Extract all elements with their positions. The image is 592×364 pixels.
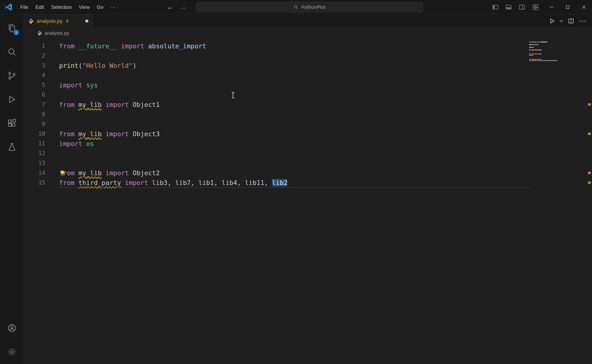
- menu-bar: FileEditSelectionViewGo···: [17, 0, 119, 14]
- menu-edit[interactable]: Edit: [32, 0, 48, 14]
- search-sidebar-icon[interactable]: [0, 40, 24, 64]
- account-icon[interactable]: [0, 316, 24, 340]
- code-token: [75, 169, 78, 177]
- code-token: import: [59, 140, 82, 147]
- code-token: my_lib: [78, 169, 102, 177]
- code-lines: 1from __future__ import absolute_import2…: [24, 41, 592, 188]
- customize-layout-icon[interactable]: [531, 2, 540, 12]
- code-line-15[interactable]: 15from third_party import lib3, lib7, li…: [24, 178, 529, 188]
- minimap-line: [529, 52, 586, 53]
- code-line-12[interactable]: 12: [24, 149, 529, 158]
- extensions-icon[interactable]: [0, 111, 24, 135]
- minimap-line: [529, 48, 586, 49]
- forward-arrow-icon[interactable]: →: [180, 3, 186, 11]
- more-actions-icon[interactable]: ⋯: [578, 17, 588, 25]
- back-arrow-icon[interactable]: ←: [167, 3, 173, 11]
- run-dropdown-chevron-icon[interactable]: [559, 18, 564, 24]
- breadcrumb-file[interactable]: analysis.py: [45, 30, 69, 36]
- code-line-2[interactable]: 2: [24, 51, 529, 61]
- code-line-5[interactable]: 5import sys: [24, 80, 529, 90]
- code-token: from: [59, 179, 75, 186]
- warning-mark: [588, 103, 591, 106]
- breadcrumb: analysis.py: [24, 28, 592, 38]
- settings-gear-icon[interactable]: [0, 340, 24, 364]
- source-control-icon[interactable]: [0, 64, 24, 88]
- search-icon: [294, 5, 298, 10]
- explorer-icon[interactable]: 1: [0, 16, 24, 40]
- code-token: my_lib: [78, 101, 102, 108]
- code-line-6[interactable]: 6: [24, 90, 529, 100]
- run-debug-icon[interactable]: [0, 88, 24, 111]
- code-token: [75, 101, 78, 108]
- code-line-14[interactable]: 14from my_lib import Object2: [24, 168, 529, 178]
- code-token: [148, 179, 152, 186]
- code-line-7[interactable]: 7from my_lib import Object1: [24, 100, 529, 110]
- python-file-icon: [37, 31, 42, 36]
- editor-area: analysis.py 4 ⋯: [24, 14, 592, 364]
- tab-analysis-py[interactable]: analysis.py 4: [24, 14, 93, 28]
- code-line-1[interactable]: 1from __future__ import absolute_import: [24, 41, 529, 51]
- tab-problem-count: 4: [66, 18, 69, 24]
- menu-overflow[interactable]: ···: [107, 0, 119, 14]
- code-token: [102, 130, 105, 138]
- split-editor-icon[interactable]: [567, 17, 575, 25]
- code-text: [45, 110, 59, 119]
- command-center-search[interactable]: PythonPlot: [196, 2, 423, 12]
- code-line-13[interactable]: 13: [24, 158, 529, 168]
- run-file-button[interactable]: [548, 17, 556, 25]
- code-text: from my_lib import Object3: [45, 129, 160, 139]
- code-token: import: [105, 101, 129, 108]
- code-token: print: [59, 62, 78, 69]
- code-token: import: [121, 42, 144, 50]
- title-bar: FileEditSelectionViewGo··· ← → PythonPlo…: [0, 0, 592, 14]
- code-token: import: [59, 81, 82, 89]
- code-text: import os: [45, 139, 94, 149]
- minimap-line: [529, 44, 586, 45]
- code-line-8[interactable]: 8: [24, 110, 529, 119]
- code-token: import: [105, 130, 129, 138]
- code-line-9[interactable]: 9: [24, 119, 529, 129]
- lightbulb-icon[interactable]: [59, 170, 66, 176]
- overview-ruler[interactable]: [587, 38, 592, 364]
- code-editor[interactable]: 1from __future__ import absolute_import2…: [24, 38, 592, 364]
- minimap-line: [529, 55, 586, 56]
- code-line-4[interactable]: 4: [24, 71, 529, 80]
- code-token: os: [86, 140, 94, 147]
- code-line-3[interactable]: 3print("Hello World"): [24, 61, 529, 71]
- tab-bar-empty-space: ⋯: [93, 14, 592, 28]
- menu-view[interactable]: View: [75, 0, 93, 14]
- code-line-11[interactable]: 11import os: [24, 139, 529, 149]
- code-text: print("Hello World"): [45, 61, 137, 71]
- close-button[interactable]: [576, 0, 592, 14]
- code-token: [102, 169, 105, 177]
- menu-selection[interactable]: Selection: [48, 0, 75, 14]
- code-token: [82, 81, 86, 89]
- code-token: from: [59, 130, 75, 138]
- toggle-secondary-sidebar-icon[interactable]: [517, 2, 527, 12]
- line-number: 15: [24, 178, 45, 188]
- code-token: [129, 101, 133, 108]
- menu-go[interactable]: Go: [93, 0, 107, 14]
- tab-bar: analysis.py 4 ⋯: [24, 14, 592, 28]
- line-number: 5: [24, 80, 45, 90]
- toggle-primary-sidebar-icon[interactable]: [491, 2, 500, 12]
- code-token: [102, 101, 105, 108]
- history-nav: ← →: [167, 0, 186, 14]
- modified-dot-icon[interactable]: [85, 20, 88, 23]
- warning-mark: [588, 182, 591, 184]
- maximize-button[interactable]: [559, 0, 576, 14]
- code-token: from: [59, 42, 75, 50]
- line-number: 6: [24, 90, 45, 100]
- code-token: [75, 130, 78, 138]
- testing-icon[interactable]: [0, 135, 24, 159]
- toggle-panel-icon[interactable]: [504, 2, 514, 12]
- minimap[interactable]: [529, 42, 586, 62]
- minimap-line: [529, 58, 586, 58]
- minimap-line: [529, 47, 586, 48]
- code-text: [45, 90, 59, 100]
- code-token: [144, 42, 148, 50]
- code-line-10[interactable]: 10from my_lib import Object3: [24, 129, 529, 139]
- menu-file[interactable]: File: [17, 0, 32, 14]
- line-number: 14: [24, 168, 45, 178]
- minimize-button[interactable]: [543, 0, 559, 14]
